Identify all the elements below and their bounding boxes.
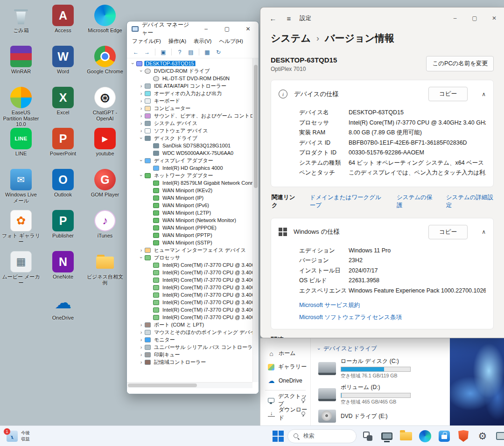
expand-chevron-icon[interactable]: ›: [138, 329, 144, 335]
device-tree-item[interactable]: ›ユニバーサル シリアル バス コントローラー: [127, 343, 252, 351]
device-tree-item[interactable]: ›記憶域コントローラー: [127, 358, 252, 366]
widgets-button[interactable]: 1 今後 収益: [0, 426, 35, 446]
drive-item[interactable]: DVD ドライブ (E:): [318, 410, 450, 423]
device-tree-item[interactable]: Intel(R) Core(TM) i7-3770 CPU @ 3.40GHz: [127, 299, 252, 306]
collapse-chevron-icon[interactable]: ›: [139, 135, 144, 141]
nav-forward-icon[interactable]: →: [142, 48, 152, 57]
brave-taskbar-icon[interactable]: [455, 428, 471, 444]
device-tree-item[interactable]: WDC WD5000AAKX-75U6AA0: [127, 149, 252, 157]
drives-group-header[interactable]: › デバイスとドライブ: [318, 345, 450, 353]
device-tree-item[interactable]: Intel(R) HD Graphics 4000: [127, 164, 252, 172]
desktop-shortcut-onedrive[interactable]: ☁OneDrive: [44, 292, 82, 321]
sidebar-item-home[interactable]: ⌂ホーム: [260, 347, 310, 360]
collapse-chevron-icon[interactable]: ›: [130, 61, 136, 67]
expand-chevron-icon[interactable]: ›: [138, 91, 144, 96]
device-manager-titlebar[interactable]: デバイス マネージャー – ▢ ✕: [127, 21, 259, 36]
back-button[interactable]: ←: [266, 11, 280, 25]
scrollbar-thumb[interactable]: [128, 383, 197, 387]
documentation-icon[interactable]: ▤: [186, 48, 196, 57]
expand-chevron-icon[interactable]: ›: [138, 247, 144, 253]
copy-device-spec-button[interactable]: コピー: [428, 87, 468, 101]
desktop-shortcut-folder[interactable]: ビジネス自相文例: [86, 251, 124, 286]
desktop-shortcut-word[interactable]: WWord: [44, 46, 82, 75]
device-manager-taskbar-icon[interactable]: [494, 428, 504, 444]
close-button[interactable]: ✕: [238, 21, 259, 36]
taskbar-search[interactable]: 検索: [287, 429, 357, 443]
expand-chevron-icon[interactable]: ›: [138, 322, 144, 328]
expand-chevron-icon[interactable]: ›: [138, 352, 144, 357]
desktop-shortcut-gom[interactable]: GGOM Player: [86, 169, 124, 198]
device-tree-item[interactable]: SanDisk SD7SB3Q128G1001: [127, 142, 252, 149]
expand-chevron-icon[interactable]: ›: [138, 344, 144, 350]
device-tree-item[interactable]: ›DVD/CD-ROM ドライブ: [127, 67, 252, 75]
desktop-shortcut-recycle-bin[interactable]: ごみ箱: [2, 5, 40, 34]
sidebar-item-desktop[interactable]: デスクトップ: [260, 393, 310, 407]
desktop-shortcut-wlmail[interactable]: ✉Windows Live メール: [2, 169, 40, 203]
settings-link[interactable]: Microsoft サービス規約: [299, 301, 486, 309]
device-tree-item[interactable]: ›ポート (COM と LPT): [127, 321, 252, 328]
device-tree-item[interactable]: ›ヒューマン インターフェイス デバイス: [127, 246, 252, 254]
menu-view[interactable]: 表示(V): [190, 37, 215, 46]
expand-chevron-icon[interactable]: ›: [138, 113, 144, 118]
settings-link[interactable]: ドメインまたはワークグループ: [310, 194, 385, 209]
store-taskbar-icon[interactable]: [436, 428, 452, 444]
drive-item[interactable]: ローカル ディスク (C:)空き領域 76.1 GB/119 GB: [318, 357, 450, 379]
desktop-shortcut-movie-maker[interactable]: ▦ムービー メーカー: [2, 251, 40, 286]
device-tree-item[interactable]: ›コンピューター: [127, 105, 252, 112]
device-tree-item[interactable]: ›IDE ATA/ATAPI コントローラー: [127, 82, 252, 90]
minimize-button[interactable]: –: [196, 21, 217, 36]
help-icon[interactable]: ?: [175, 48, 185, 57]
horizontal-scrollbar[interactable]: [127, 382, 252, 388]
menu-file[interactable]: ファイル(F): [129, 37, 164, 46]
device-tree-item[interactable]: ›モニター: [127, 336, 252, 343]
device-tree-item[interactable]: ›マウスとそのほかのポインティング デバイス: [127, 328, 252, 336]
file-explorer-taskbar-icon[interactable]: [398, 428, 414, 444]
rename-pc-button[interactable]: このPCの名前を変更: [426, 56, 494, 71]
device-tree-item[interactable]: ›ディスク ドライブ: [127, 134, 252, 142]
maximize-button[interactable]: ▢: [217, 21, 238, 36]
nav-back-icon[interactable]: ←: [131, 48, 141, 57]
device-tree-item[interactable]: WAN Miniport (PPTP): [127, 231, 252, 239]
copy-windows-spec-button[interactable]: コピー: [428, 225, 468, 239]
sidebar-item-downloads[interactable]: ↓ダウンロード: [260, 407, 310, 420]
device-tree-item[interactable]: WAN Miniport (PPPOE): [127, 224, 252, 231]
expand-chevron-icon[interactable]: ›: [138, 337, 144, 342]
device-tree-item[interactable]: ›サウンド、ビデオ、およびゲーム コントローラー: [127, 112, 252, 119]
desktop-shortcut-easeus[interactable]: EaseUS Partition Master 10.0: [2, 87, 40, 127]
device-tree-item[interactable]: ›ソフトウェア デバイス: [127, 127, 252, 134]
device-tree-item[interactable]: ›ディスプレイ アダプター: [127, 157, 252, 164]
device-tree-item[interactable]: Intel(R) 82579LM Gigabit Network Connect…: [127, 179, 252, 187]
device-tree-item[interactable]: ›オーディオの入力および出力: [127, 90, 252, 97]
device-tree-item[interactable]: HL-DT-ST DVD-ROM DH50N: [127, 75, 252, 82]
collapse-chevron-icon[interactable]: ›: [139, 255, 144, 261]
device-tree-item[interactable]: WAN Miniport (Network Monitor): [127, 216, 252, 224]
device-tree-item[interactable]: WAN Miniport (IPv6): [127, 202, 252, 209]
device-tree-item[interactable]: ›キーボード: [127, 97, 252, 105]
task-view-taskbar-icon[interactable]: [360, 428, 376, 444]
expand-chevron-icon[interactable]: ›: [138, 83, 144, 89]
device-tree-item[interactable]: Intel(R) Core(TM) i7-3770 CPU @ 3.40GHz: [127, 261, 252, 269]
collapse-chevron-icon[interactable]: ›: [139, 68, 144, 74]
device-tree-item[interactable]: ›プロセッサ: [127, 254, 252, 261]
menu-help[interactable]: ヘルプ(H): [216, 37, 246, 46]
vertical-scrollbar[interactable]: [252, 58, 259, 382]
expand-chevron-icon[interactable]: ›: [138, 98, 144, 104]
collapse-chevron-icon[interactable]: ›: [139, 173, 144, 179]
device-tree-item[interactable]: ›ネットワーク アダプター: [127, 172, 252, 179]
desktop-shortcut-powerpoint[interactable]: PPowerPoint: [44, 128, 82, 157]
desktop-shortcut-youtube[interactable]: ▶youtube: [86, 128, 124, 157]
start-button[interactable]: [272, 430, 284, 442]
desktop-shortcut-access[interactable]: AAccess: [44, 5, 82, 34]
update-driver-icon[interactable]: ↻: [213, 48, 224, 57]
expand-chevron-icon[interactable]: ›: [138, 105, 144, 111]
device-tree-item[interactable]: Intel(R) Core(TM) i7-3770 CPU @ 3.40GHz: [127, 276, 252, 284]
desktop-shortcut-publisher[interactable]: PPublisher: [44, 210, 82, 239]
desktop-shortcut-outlook[interactable]: OOutlook: [44, 169, 82, 198]
collapse-chevron-icon[interactable]: ∧: [482, 229, 486, 235]
settings-link[interactable]: Microsoft ソフトウェアライセンス条項: [299, 314, 486, 321]
sidebar-item-gallery[interactable]: ギャラリー: [260, 360, 310, 374]
desktop-shortcut-excel[interactable]: XExcel: [44, 87, 82, 116]
scrollbar-thumb[interactable]: [254, 65, 258, 188]
menu-action[interactable]: 操作(A): [165, 37, 189, 46]
device-tree-item[interactable]: ›システム デバイス: [127, 119, 252, 127]
